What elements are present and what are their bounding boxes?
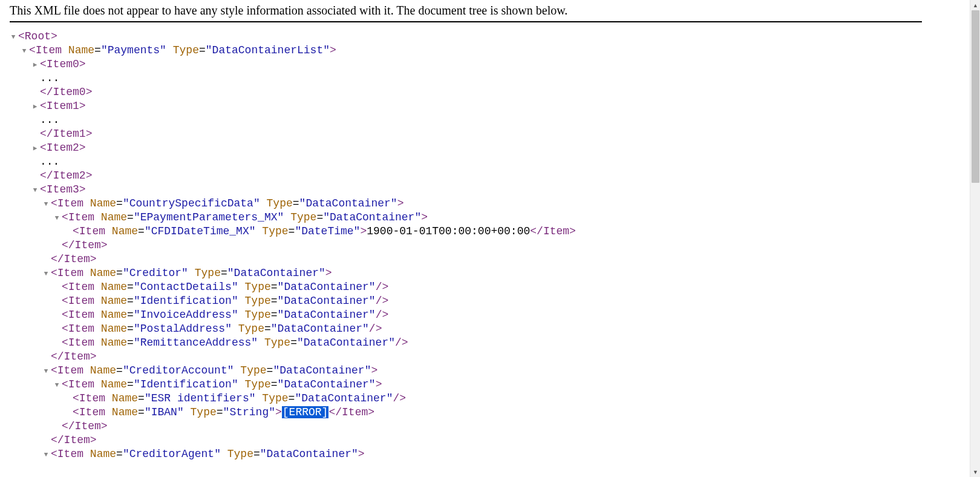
esr-identifiers-row[interactable]: ·<Item Name="ESR identifiers" Type="Data… [10, 392, 922, 406]
attr-credagent-name: CreditorAgent [129, 448, 214, 460]
toggle-identification[interactable]: ▼ [53, 378, 60, 392]
attr-cc3-type: DataContainer [278, 323, 362, 335]
creditor-remittanceaddress-row[interactable]: ·<Item Name="RemittanceAddress" Type="Da… [10, 336, 922, 350]
attr-csd-type: DataContainer [305, 197, 390, 209]
attr-creditor-name: Creditor [129, 267, 181, 279]
tag-item1: Item1 [47, 100, 79, 112]
attr-csd-name: CountrySpecificData [129, 197, 253, 209]
scroll-thumb[interactable] [972, 10, 979, 183]
tag-item: Item [36, 44, 62, 56]
creditor-contactdetails-row[interactable]: ·<Item Name="ContactDetails" Type="DataC… [10, 280, 922, 294]
item2-close-row: ·</Item2> [10, 169, 922, 183]
scroll-down-button[interactable]: ▼ [970, 467, 980, 477]
epaymentparams-open-row[interactable]: ▼<Item Name="EPaymentParameters_MX" Type… [10, 211, 922, 225]
attr-payments-type: DataContainerList [212, 44, 324, 56]
tag-root: Root [25, 30, 51, 42]
attr-cfdi-name: CFDIDateTime_MX [151, 225, 249, 237]
creditor-close-row: ·</Item> [10, 350, 922, 364]
attr-payments-name: Payments [108, 44, 160, 56]
tag-item3: Item3 [47, 183, 79, 196]
attr-creditor-type: DataContainer [234, 267, 319, 279]
attr-cc4-name: RemittanceAddress [140, 337, 252, 349]
iban-error-value[interactable]: [ERROR] [282, 406, 329, 418]
attr-credacct-name: CreditorAccount [129, 364, 227, 377]
tag-item0: Item0 [47, 58, 79, 70]
attr-credacct-type: DataContainer [279, 364, 364, 377]
tag-credagent: Item [57, 448, 83, 460]
attr-cc2-name: InvoiceAddress [140, 309, 232, 321]
item1-close-row: ·</Item1> [10, 127, 922, 141]
creditor-postaladdress-row[interactable]: ·<Item Name="PostalAddress" Type="DataCo… [10, 322, 922, 336]
xml-tree: ▼<Root> ▼<Item Name="Payments" Type="Dat… [10, 30, 922, 461]
tag-iban: Item [79, 406, 105, 418]
attr-iban-type: String [229, 406, 269, 418]
attr-cc4-type: DataContainer [304, 337, 388, 349]
root-open-row[interactable]: ▼<Root> [10, 30, 922, 44]
attr-esr-type: DataContainer [301, 392, 386, 404]
toggle-payments[interactable]: ▼ [21, 44, 28, 58]
item0-ellipsis: ·... [10, 71, 922, 85]
attr-cc0-type: DataContainer [284, 281, 368, 293]
attr-cc1-name: Identification [140, 295, 232, 307]
toggle-root[interactable]: ▼ [10, 30, 17, 44]
toggle-item3[interactable]: ▼ [31, 183, 39, 197]
attr-ident-type: DataContainer [284, 378, 368, 390]
tag-csd: Item [57, 197, 83, 209]
creditoragent-open-row[interactable]: ▼<Item Name="CreditorAgent" Type="DataCo… [10, 447, 922, 461]
attr-cc0-name: ContactDetails [140, 281, 232, 293]
iban-row[interactable]: ·<Item Name="IBAN" Type="String">[ERROR]… [10, 406, 922, 419]
header-divider [10, 21, 922, 22]
attr-cc1-type: DataContainer [284, 295, 368, 307]
creditor-invoiceaddress-row[interactable]: ·<Item Name="InvoiceAddress" Type="DataC… [10, 308, 922, 322]
cfdidatetime-row[interactable]: ·<Item Name="CFDIDateTime_MX" Type="Date… [10, 225, 922, 238]
item0-close-row: ·</Item0> [10, 85, 922, 99]
attr-cc3-name: PostalAddress [140, 323, 225, 335]
item0-open-row[interactable]: ▶<Item0> [10, 58, 922, 71]
tag-credacct: Item [57, 364, 83, 377]
item1-open-row[interactable]: ▶<Item1> [10, 99, 922, 113]
item1-ellipsis: ·... [10, 113, 922, 127]
toggle-item0[interactable]: ▶ [31, 58, 39, 71]
creditoraccount-close-row: ·</Item> [10, 433, 922, 447]
xml-viewer-content: This XML file does not appear to have an… [0, 0, 932, 477]
toggle-item1[interactable]: ▶ [31, 100, 39, 113]
identification-close-row: ·</Item> [10, 419, 922, 433]
epay-close-row: ·</Item> [10, 238, 922, 252]
toggle-item2[interactable]: ▶ [31, 142, 39, 155]
attr-iban-name: IBAN [151, 406, 177, 418]
attr-cc2-type: DataContainer [284, 309, 368, 321]
tag-cfdi: Item [79, 225, 105, 237]
attr-ident-name: Identification [140, 378, 232, 390]
tag-epay: Item [68, 211, 94, 223]
item3-open-row[interactable]: ▼<Item3> [10, 183, 922, 197]
tag-item2: Item2 [47, 142, 79, 154]
countryspecificdata-open-row[interactable]: ▼<Item Name="CountrySpecificData" Type="… [10, 197, 922, 211]
xml-no-style-message: This XML file does not appear to have an… [10, 4, 922, 18]
toggle-epay[interactable]: ▼ [53, 211, 60, 225]
scroll-up-button[interactable]: ▲ [970, 0, 980, 10]
toggle-csd[interactable]: ▼ [42, 197, 50, 211]
tag-creditor: Item [57, 267, 83, 279]
payments-open-row[interactable]: ▼<Item Name="Payments" Type="DataContain… [10, 44, 922, 58]
cfdi-value: 1900-01-01T00:00:00+00:00 [367, 225, 530, 237]
vertical-scrollbar[interactable]: ▲ ▼ [970, 0, 980, 477]
toggle-creditoraccount[interactable]: ▼ [42, 364, 50, 378]
item2-ellipsis: ·... [10, 155, 922, 169]
creditor-open-row[interactable]: ▼<Item Name="Creditor" Type="DataContain… [10, 266, 922, 280]
attr-epay-name: EPaymentParameters_MX [140, 211, 278, 223]
creditoraccount-open-row[interactable]: ▼<Item Name="CreditorAccount" Type="Data… [10, 364, 922, 378]
identification-open-row[interactable]: ▼<Item Name="Identification" Type="DataC… [10, 378, 922, 392]
csd-close-row: ·</Item> [10, 252, 922, 266]
attr-epay-type: DataContainer [330, 211, 414, 223]
attr-cfdi-type: DateTime [301, 225, 353, 237]
toggle-creditor[interactable]: ▼ [42, 267, 50, 280]
attr-esr-name: ESR identifiers [151, 392, 249, 404]
item2-open-row[interactable]: ▶<Item2> [10, 141, 922, 155]
toggle-creditoragent[interactable]: ▼ [42, 448, 50, 461]
attr-credagent-type: DataContainer [267, 448, 351, 460]
tag-esr: Item [79, 392, 105, 404]
tag-ident: Item [68, 378, 94, 390]
creditor-identification-row[interactable]: ·<Item Name="Identification" Type="DataC… [10, 294, 922, 308]
